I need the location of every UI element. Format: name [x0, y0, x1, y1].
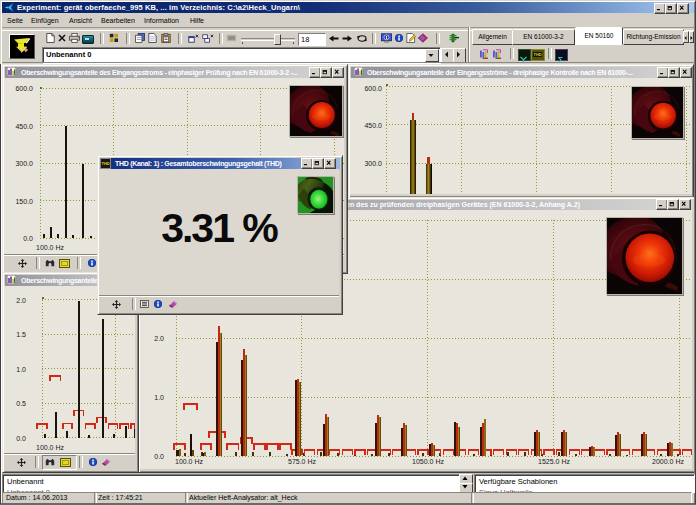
svg-text:150.0: 150.0 [15, 198, 33, 205]
svg-text:300.0: 300.0 [364, 160, 382, 167]
svg-text:450.0: 450.0 [15, 123, 33, 130]
svg-text:600.0: 600.0 [15, 85, 33, 92]
svg-text:0.5: 0.5 [16, 400, 26, 407]
svg-text:2.0: 2.0 [154, 335, 164, 342]
svg-text:100.0 Hz: 100.0 Hz [175, 458, 204, 465]
svg-text:1.5: 1.5 [16, 331, 26, 338]
svg-text:2000.0 Hz: 2000.0 Hz [652, 458, 684, 465]
svg-text:1050.0 Hz: 1050.0 Hz [412, 458, 444, 465]
svg-text:100.0 Hz: 100.0 Hz [36, 444, 65, 451]
svg-text:575.0 Hz: 575.0 Hz [288, 458, 317, 465]
svg-text:2.0: 2.0 [16, 297, 26, 304]
svg-text:1525.0 Hz: 1525.0 Hz [538, 458, 570, 465]
svg-text:1.0: 1.0 [154, 394, 164, 401]
svg-text:0.0: 0.0 [23, 235, 33, 242]
svg-text:450.0: 450.0 [364, 122, 382, 129]
svg-text:600.0: 600.0 [364, 85, 382, 92]
svg-text:100.0 Hz: 100.0 Hz [36, 244, 65, 251]
svg-text:300.0: 300.0 [15, 160, 33, 167]
svg-text:0.0: 0.0 [16, 435, 26, 442]
svg-text:0.0: 0.0 [154, 453, 164, 460]
svg-text:1.0: 1.0 [16, 366, 26, 373]
